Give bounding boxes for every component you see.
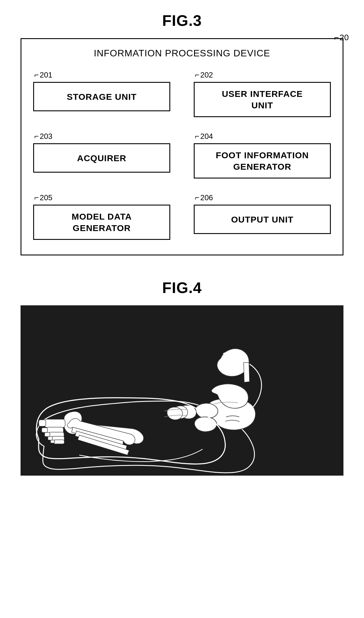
svg-rect-1 <box>45 419 65 427</box>
svg-rect-6 <box>45 432 50 437</box>
user-interface-unit-ref: 202 <box>195 70 213 80</box>
svg-rect-2 <box>39 420 46 426</box>
storage-unit-cell: 201 STORAGE UNIT <box>33 70 170 117</box>
user-interface-unit-box: USER INTERFACEUNIT <box>194 82 331 117</box>
svg-rect-4 <box>42 428 48 432</box>
foot-info-generator-ref: 204 <box>195 132 213 141</box>
acquirer-cell: 203 ACQUIRER <box>33 132 170 179</box>
svg-rect-0 <box>21 305 343 476</box>
fig4-title: FIG.4 <box>162 279 202 297</box>
output-unit-box: OUTPUT UNIT <box>194 205 331 234</box>
acquirer-label: ACQUIRER <box>77 152 126 164</box>
output-unit-label: OUTPUT UNIT <box>231 214 294 225</box>
fig3-diagram: 20 INFORMATION PROCESSING DEVICE 201 STO… <box>21 38 343 255</box>
output-unit-ref: 206 <box>195 193 213 202</box>
foot-info-generator-cell: 204 FOOT INFORMATIONGENERATOR <box>194 132 331 179</box>
user-interface-unit-label: USER INTERFACEUNIT <box>222 88 303 111</box>
svg-rect-8 <box>48 437 53 440</box>
svg-rect-10 <box>50 440 55 443</box>
fig3-title: FIG.3 <box>162 12 202 29</box>
model-data-generator-label: MODEL DATAGENERATOR <box>72 211 132 234</box>
fig4-section: FIG.4 <box>21 279 343 476</box>
foot-illustration <box>21 305 343 476</box>
model-data-generator-box: MODEL DATAGENERATOR <box>33 205 170 240</box>
acquirer-box: ACQUIRER <box>33 143 170 173</box>
svg-rect-9 <box>54 440 64 444</box>
foot-info-generator-box: FOOT INFORMATIONGENERATOR <box>194 143 331 179</box>
outer-box: INFORMATION PROCESSING DEVICE 201 STORAG… <box>21 38 343 255</box>
output-unit-cell: 206 OUTPUT UNIT <box>194 193 331 240</box>
storage-unit-ref: 201 <box>34 70 53 80</box>
model-data-generator-cell: 205 MODEL DATAGENERATOR <box>33 193 170 240</box>
user-interface-unit-cell: 202 USER INTERFACEUNIT <box>194 70 331 117</box>
acquirer-ref: 203 <box>34 132 53 141</box>
storage-unit-label: STORAGE UNIT <box>67 91 136 102</box>
units-grid: 201 STORAGE UNIT 202 USER INTERFACEUNIT … <box>33 70 331 240</box>
foot-image-container <box>21 305 343 476</box>
model-data-generator-ref: 205 <box>34 193 53 202</box>
foot-info-generator-label: FOOT INFORMATIONGENERATOR <box>216 149 309 172</box>
device-label: INFORMATION PROCESSING DEVICE <box>33 48 331 59</box>
storage-unit-box: STORAGE UNIT <box>33 82 170 111</box>
